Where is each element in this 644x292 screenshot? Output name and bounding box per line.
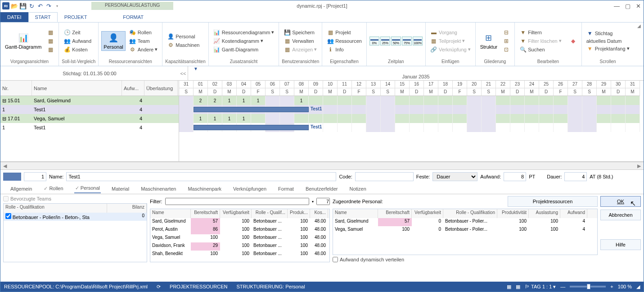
status-icon2[interactable]: ▦ [516, 284, 520, 290]
tab-maschinenpark[interactable]: Maschinenpark [187, 185, 222, 193]
personal-button[interactable]: 👤Personal [101, 31, 125, 51]
task-form: Name: Code: Feste: Dauer Aufwand: PT Dau… [0, 170, 644, 183]
context-tab[interactable]: PERSONALAUSLASTUNG [91, 2, 173, 10]
ressourcen-props[interactable]: 👥Ressourcen [325, 37, 364, 45]
tab-maschinenarten[interactable]: Maschinenarten [140, 185, 177, 193]
zoom-buttons[interactable]: ▬▬0%▬▬25%▬▬50%▬▬75%▬▬100% [369, 36, 423, 46]
refresh-icon[interactable]: ↻ [28, 2, 35, 9]
anzeigen-button: ▦Anzeigen▾ [282, 46, 319, 54]
task-num-input[interactable] [24, 172, 46, 181]
filtern-button[interactable]: ▼Filtern [518, 28, 563, 36]
ressourcendiagramm[interactable]: 📊Ressourcendiagramm▾ [212, 28, 276, 36]
ok-button[interactable]: OK↖ [600, 196, 641, 207]
scroll-left-icon[interactable]: ◀ [1, 163, 9, 169]
kostendiagramm[interactable]: 📈Kostendiagramm▾ [212, 37, 276, 45]
main-tabbar: DATEI START PROJEKT FORMAT [0, 11, 644, 22]
tab-datei[interactable]: DATEI [0, 12, 28, 22]
redo-icon[interactable]: ↷ [45, 2, 52, 9]
info-button[interactable]: ℹInfo [325, 46, 364, 54]
undo-icon[interactable]: ↶ [36, 2, 44, 9]
soll-kosten[interactable]: 💰Kosten [62, 46, 93, 54]
tab-rollen[interactable]: Rollen [43, 184, 64, 193]
gantt-diagramm-button[interactable]: 📊Gantt-Diagramm [3, 32, 43, 50]
abbrechen-button[interactable]: Abbrechen [600, 210, 641, 220]
stichtag-scroll[interactable]: ▼Stichtag [585, 29, 631, 37]
projekt-props[interactable]: ▦Projekt [325, 28, 364, 36]
status-icon[interactable]: ▦ [507, 284, 511, 290]
assigned-grid[interactable]: NameBereitschaftVerfügbarkeitRolle - Qua… [333, 209, 598, 255]
zoom-in-icon[interactable]: + [610, 284, 613, 289]
tab-allgemein[interactable]: Allgemein [9, 185, 33, 193]
vorgang-view-3[interactable]: ▦ [45, 46, 56, 54]
status-pool: RESSOURCENPOOL: C:\ProgramData\Rillsoft … [4, 284, 148, 289]
soll-aufwand[interactable]: 👥Aufwand [62, 37, 93, 45]
hilfe-button[interactable]: Hilfe [600, 239, 641, 250]
feste-select[interactable]: Dauer [432, 172, 477, 181]
tab-notizen[interactable]: Notizen [348, 185, 367, 193]
refresh-status-icon[interactable]: ⟳ [157, 284, 161, 290]
tab-format[interactable]: FORMAT [116, 12, 150, 22]
tab-projekt[interactable]: PROJEKT [58, 12, 94, 22]
ribbon: ◢ 📊Gantt-Diagramm ▦▦▦ Vorgangsansichten … [0, 22, 644, 66]
collapse-left-icon[interactable]: << [179, 71, 188, 76]
grid-header: Nr. Name Aufw... Überlastung [0, 81, 179, 96]
zusatz-gantt[interactable]: 📊Gantt-Diagramm [212, 46, 276, 54]
tab-material[interactable]: Material [111, 185, 130, 193]
qat-dropdown-icon[interactable]: ▾ [54, 2, 61, 9]
tab-personal[interactable]: Personal [74, 184, 101, 193]
vorgang-view-1[interactable]: ▦ [45, 28, 56, 36]
resize-icon[interactable]: ◢ [636, 284, 640, 290]
window-title: dynamic.rpj - [Project1] [297, 3, 347, 9]
h-scrollbar[interactable]: ◀ ▶ [0, 162, 644, 170]
filter-input[interactable] [165, 198, 310, 205]
verknuepfung-insert: 🔗Verknüpfung▾ [428, 46, 473, 54]
rollen-button[interactable]: 🎭Rollen [127, 28, 159, 36]
grid-area: Nr. Name Aufw... Überlastung ⊟ 15.01Sard… [0, 81, 644, 162]
filter-count[interactable] [316, 198, 330, 205]
vorgang-insert: ▬Vorgang [428, 28, 473, 36]
status-bar: RESSOURCENPOOL: C:\ProgramData\Rillsoft … [0, 282, 644, 292]
month-label: Januar 2035 [188, 66, 644, 80]
save-icon[interactable]: 💾 [19, 2, 27, 9]
cursor-icon: ↖ [630, 199, 636, 208]
minimize-icon[interactable]: — [614, 3, 620, 9]
suchen-button[interactable]: 🔍Suchen [518, 46, 563, 54]
struktur-button[interactable]: ⊞Struktur [478, 32, 500, 50]
available-grid[interactable]: NameBereitschaftVerfügbarkeitRolle - Qua… [150, 209, 330, 262]
ribbon-collapse-icon[interactable]: ◢ [637, 23, 641, 28]
lower-panels: Bevorzugte Teams Rolle - QualifikationBi… [0, 194, 644, 264]
aktuelles-datum[interactable]: aktuelles Datum [585, 38, 631, 44]
speichern-button[interactable]: 💾Speichern [282, 28, 319, 36]
filter-loeschen: ▼Filter löschen▾ [518, 37, 563, 45]
rolle-grid[interactable]: Rolle - QualifikationBilanz Betonbauer -… [3, 203, 147, 262]
dauer-input[interactable] [564, 172, 587, 181]
close-icon[interactable]: ✕ [636, 3, 641, 9]
task-name-input[interactable] [66, 172, 336, 181]
aufwand-input[interactable] [504, 172, 526, 181]
verwalten-button[interactable]: ▦Verwalten [282, 37, 319, 45]
aufwand-dyn-check[interactable]: Aufwand dynamisch verteilen [333, 257, 598, 262]
projektressourcen-button[interactable]: Projektressourcen [508, 196, 598, 207]
app-icon: RI [2, 2, 9, 9]
status-proj: PROJEKTRESSOURCEN [170, 284, 227, 289]
tab-benutzerfelder[interactable]: Benutzerfelder [305, 185, 339, 193]
detail-tabs: Allgemein Rollen Personal Material Masch… [0, 183, 644, 194]
tab-verknuepfungen[interactable]: Verknüpfungen [232, 185, 267, 193]
team-button[interactable]: 👥Team [127, 37, 159, 45]
tab-format[interactable]: Format [277, 185, 295, 193]
kap-personal[interactable]: 👤Personal [165, 32, 201, 41]
timeline[interactable]: 31S01M02D03M04D05F06S07S08M09D10M11D12F1… [179, 81, 644, 161]
task-color[interactable] [3, 173, 21, 181]
open-icon[interactable]: 📂 [11, 2, 18, 9]
scroll-right-icon[interactable]: ▶ [635, 163, 643, 169]
maximize-icon[interactable]: ▢ [625, 3, 630, 9]
soll-zeit[interactable]: 🕒Zeit [62, 28, 93, 36]
code-input[interactable] [355, 172, 414, 181]
projektanfang[interactable]: ▼Projektanfang▾ [585, 45, 631, 53]
resource-grid: Nr. Name Aufw... Überlastung ⊟ 15.01Sard… [0, 81, 179, 161]
andere-button[interactable]: ⚙Andere▾ [127, 46, 159, 54]
zoom-out-icon[interactable]: — [560, 284, 565, 289]
tab-start[interactable]: START [28, 12, 58, 22]
vorgang-view-2[interactable]: ▦ [45, 37, 56, 45]
kap-maschinen[interactable]: ⚙Maschinen [165, 41, 201, 49]
